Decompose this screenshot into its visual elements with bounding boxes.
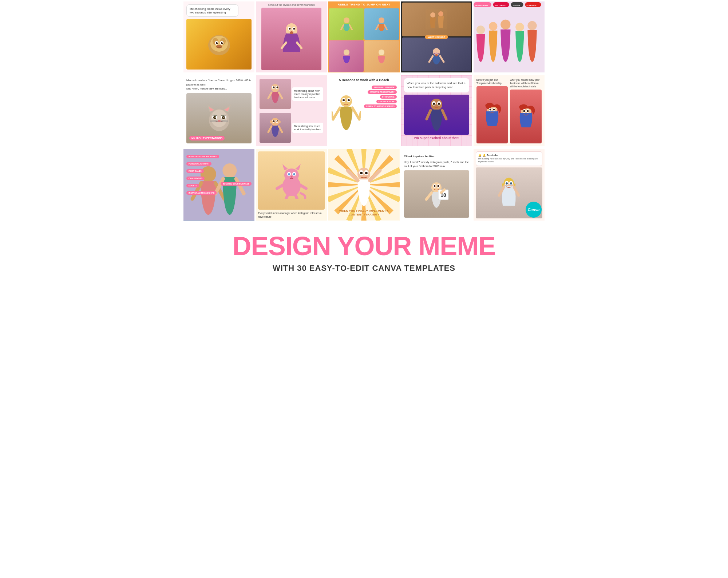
card-invoice: send out the invoice and never hear back	[256, 1, 327, 72]
svg-point-131	[434, 185, 436, 187]
svg-point-19	[344, 50, 349, 55]
svg-text:PINTEREST: PINTEREST	[495, 4, 507, 7]
svg-point-84	[493, 108, 495, 110]
svg-point-94	[284, 169, 299, 182]
card-investments: INVESTMENTS IN YOURSELF PERSONAL GROWTH …	[183, 149, 254, 220]
realizing-work-text: Me realizing how much work it actually i…	[292, 123, 324, 133]
svg-point-29	[489, 22, 497, 31]
client-inquiry-text: Hey, I need 7 weekly Instagram posts, 5 …	[404, 161, 469, 168]
reminder-notification: 🔔 🔔 Reminder I'm building my business my…	[476, 151, 542, 166]
svg-point-73	[344, 99, 344, 100]
photo-2	[364, 8, 399, 40]
calendar-content: When you look at the calendar and see th…	[404, 78, 469, 139]
cat-badge: MY HIGH EXPECTATIONS	[189, 136, 225, 140]
thinking-money-top: Me thinking about how much money my onli…	[258, 78, 325, 110]
bell-icon: 🔔	[478, 154, 482, 157]
reason-pills-list: PERSONAL GROWTH IMPROVE PRODUCTIVITY STR…	[362, 86, 397, 108]
thinking-person-svg	[266, 83, 284, 105]
svg-point-20	[379, 50, 384, 55]
ariel-happy-image	[510, 90, 542, 143]
what-you-got-bottom-image	[402, 37, 471, 71]
card-what-you-got: WHAT YOU GOT	[401, 1, 472, 72]
after-column: After you realize how your business will…	[510, 78, 542, 143]
thinking-money-text: Me thinking about how much money my onli…	[292, 87, 324, 101]
grid-row-3: INVESTMENTS IN YOURSELF PERSONAL GROWTH …	[182, 148, 546, 222]
svg-point-61	[273, 87, 274, 88]
card-thinking-money: Me thinking about how much money my onli…	[256, 75, 327, 146]
reminder-person-svg	[496, 177, 522, 209]
what-you-got-top-image	[402, 3, 471, 36]
svg-point-14	[289, 28, 290, 30]
fashion-person-2	[374, 17, 389, 31]
coach-image	[331, 84, 361, 143]
coach-svg	[332, 94, 361, 134]
pill-structure: STRUCTURE	[380, 95, 397, 99]
excited-person-svg	[424, 96, 449, 133]
realizing-person-image	[260, 113, 291, 143]
badge-challenges: CHALLENGES	[186, 177, 205, 180]
svg-point-88	[523, 110, 525, 112]
pill-plan: CREATE A PLAN	[376, 100, 397, 103]
pink-panther-svg	[275, 162, 308, 199]
canva-badge: Canva	[526, 202, 542, 218]
thinking-person-image	[260, 79, 291, 109]
after-label: After you realize how your business will…	[510, 78, 542, 88]
svg-point-101	[289, 174, 289, 174]
svg-marker-96	[295, 164, 301, 170]
card-reels-trend: REELS TREND TO JUMP ON NEXT	[328, 1, 399, 72]
sub-title: WITH 30 EASY-TO-EDIT CANVA TEMPLATES	[189, 264, 539, 273]
fashion-group-svg: INSTAGRAM PINTEREST TIKTOK YOUTUBE	[474, 1, 545, 72]
svg-point-121	[357, 168, 370, 181]
before-label: Before you join our Template Membership	[476, 78, 508, 85]
svg-point-17	[344, 17, 349, 23]
svg-point-6	[216, 42, 218, 44]
svg-point-102	[294, 174, 294, 174]
cat-svg	[205, 102, 234, 135]
fashion-person-1	[339, 17, 354, 31]
photo-1	[329, 8, 364, 40]
badge-first-sales: FIRST SALES	[186, 169, 204, 173]
what-you-got-badge: WHAT YOU GOT	[425, 35, 448, 39]
mindset-text: Mindset coaches: You don't need to give …	[186, 78, 252, 91]
svg-point-15	[293, 28, 295, 30]
badge-personal-growth: PERSONAL GROWTH	[186, 162, 211, 166]
svg-point-83	[490, 108, 491, 110]
svg-text:INSTAGRAM: INSTAGRAM	[475, 4, 488, 7]
card-calendar: When you look at the calendar and see th…	[401, 75, 472, 146]
svg-point-62	[276, 87, 278, 88]
svg-point-28	[476, 25, 485, 34]
badge-building-business: BUILDING YOUR BUSINESS	[221, 182, 252, 186]
main-title: DESIGN YOUR MEME	[189, 233, 539, 259]
calendar-person-image	[404, 95, 469, 135]
badge-doubts: DOUBTS	[186, 184, 199, 187]
ariel-sad-svg	[481, 102, 503, 128]
grid-row-2: Mindset coaches: You don't need to give …	[182, 74, 546, 148]
coach-layout: PERSONAL GROWTH IMPROVE PRODUCTIVITY STR…	[331, 84, 396, 143]
grumpy-cat-image: MY HIGH EXPECTATIONS	[186, 93, 252, 144]
card-content-strategy: WHEN YOU FINALLY IMPLEMENT A CONTENT STR…	[328, 149, 399, 220]
pill-personal-growth: PERSONAL GROWTH	[372, 86, 397, 89]
kid-holding-sign-svg: 10	[422, 179, 451, 209]
reels-text-bubble: Me checking Reels views every two second…	[186, 4, 238, 17]
calendar-bubble: When you look at the calendar and see th…	[404, 78, 469, 92]
pink-panther-caption: Every social media manager when Instagra…	[258, 211, 325, 218]
svg-point-18	[379, 17, 384, 23]
realizing-work-text-box: Me realizing how much work it actually i…	[292, 113, 324, 143]
svg-point-125	[365, 172, 368, 174]
thinking-money-text-box: Me thinking about how much money my onli…	[292, 79, 324, 109]
pill-productivity: IMPROVE PRODUCTIVITY	[368, 90, 397, 94]
kid-10-image: 10	[404, 170, 469, 217]
card-mindset-cat: Mindset coaches: You don't need to give …	[183, 75, 254, 146]
svg-point-8	[217, 42, 218, 43]
svg-point-31	[515, 23, 524, 31]
invoice-person-image	[261, 8, 321, 70]
card-checking-reels: Me checking Reels views every two second…	[183, 1, 254, 72]
svg-rect-24	[426, 9, 447, 29]
photo-3	[329, 40, 364, 72]
svg-marker-95	[282, 164, 288, 170]
svg-point-89	[527, 110, 529, 112]
fashion-person-3	[339, 49, 354, 63]
svg-point-30	[500, 20, 510, 29]
doge-svg	[205, 30, 234, 59]
card-instagram-pinterest: INSTAGRAM PINTEREST TIKTOK YOUTUBE	[474, 1, 545, 72]
